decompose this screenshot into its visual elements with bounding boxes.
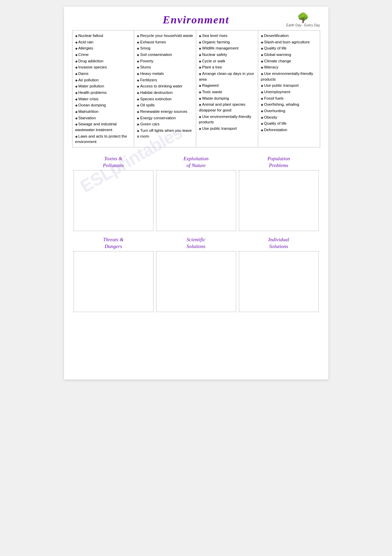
list-item: Energy conservation [137, 115, 193, 121]
list-item: Water crisis [75, 96, 131, 102]
list-item: Use environmentally-friendly products [199, 114, 255, 125]
list-item: Desertification [261, 33, 317, 39]
list-item: Health problems [75, 89, 131, 96]
list-item: Species extinction [137, 96, 193, 102]
list-item: Dams [75, 70, 131, 77]
list-item: Crime [75, 52, 131, 58]
list-item: Quality of life [261, 45, 317, 52]
column-1: Nuclear falloutAcid rainAllergiesCrimeDr… [72, 30, 134, 147]
word-table: Nuclear falloutAcid rainAllergiesCrimeDr… [72, 30, 320, 147]
list-item: Fertilizers [137, 77, 193, 83]
word-table-row: Nuclear falloutAcid rainAllergiesCrimeDr… [72, 30, 320, 147]
list-item: Malnutrition [75, 108, 131, 115]
list-item: Illiteracy [261, 64, 317, 70]
category-col2: Exploitationof Nature [155, 153, 238, 231]
list-item: Ocean dumping [75, 102, 131, 108]
list-item: Turn off lights when you leave a room [137, 127, 193, 139]
category-box-scientific[interactable] [156, 251, 236, 312]
list-item: Global warming [261, 52, 317, 58]
category-headers-row2: Threats &Dangers ScientificSolutions Ind… [72, 234, 320, 312]
list-item: Smog [137, 45, 193, 52]
list-item: Wildlife management [199, 45, 255, 52]
list-item: Nuclear fallout [75, 33, 131, 39]
category-header-exploitation: Exploitationof Nature [155, 153, 238, 170]
category-header-toxins: Toxins &Pollutants [72, 153, 155, 170]
list-item: Waste dumping [199, 95, 255, 102]
column-2: Recycle your household wasteExhaust fume… [134, 30, 196, 147]
category-header-scientific: ScientificSolutions [155, 234, 238, 251]
category-col3: PopulationProblems [238, 153, 320, 231]
list-item: Climate change [261, 58, 317, 64]
category-col4: Threats &Dangers [72, 234, 155, 312]
list-item: Recycle your household waste [137, 33, 193, 39]
category-col5: ScientificSolutions [155, 234, 238, 312]
list-item: Nuclear safety [199, 52, 255, 58]
list-item: Fossil fuels [261, 95, 317, 102]
category-headers-row1: Toxins &Pollutants Exploitationof Nature… [72, 153, 320, 231]
list-item: Ragweed [199, 82, 255, 89]
list-item: Oil spills [137, 102, 193, 108]
column-3: Sea level risesOrganic farmingWildlife m… [196, 30, 258, 147]
list-item: Slums [137, 64, 193, 70]
category-box-exploitation[interactable] [156, 170, 236, 231]
list-item: Green cars [137, 121, 193, 127]
list-item: Sewage and industrial wastewater treatme… [75, 121, 131, 133]
category-box-population[interactable] [239, 170, 319, 231]
list-col4: DesertificationSlash-and burn agricultur… [261, 33, 317, 133]
list-item: Access to drinking water [137, 83, 193, 89]
list-item: Habitat destruction [137, 89, 193, 96]
list-item: Use public transport [199, 125, 255, 132]
list-item: Soil contamination [137, 52, 193, 58]
list-item: Slash-and burn agriculture [261, 39, 317, 45]
tree-icon: 🌳 [286, 12, 320, 23]
list-item: Obesity [261, 114, 317, 121]
list-item: Acid rain [75, 39, 131, 45]
page: Environment 🌳 Earth Day - Every Day Nucl… [64, 7, 328, 379]
list-item: Unemployment [261, 89, 317, 95]
list-item: Arrange clean-up days in your area [199, 70, 255, 82]
list-item: Organic farming [199, 39, 255, 45]
category-box-toxins[interactable] [74, 170, 153, 231]
column-4: DesertificationSlash-and burn agricultur… [258, 30, 320, 147]
list-item: Heavy metals [137, 70, 193, 77]
list-item: Allergies [75, 45, 131, 52]
page-title: Environment [72, 14, 320, 26]
category-col1: Toxins &Pollutants [72, 153, 155, 231]
list-item: Use environmentally-friendly products [261, 70, 317, 82]
list-item: Plant a tree [199, 64, 255, 70]
list-item: Air pollution [75, 77, 131, 83]
list-item: Toxic waste [199, 89, 255, 95]
list-item: Quality of life [261, 120, 317, 127]
list-item: Poverty [137, 58, 193, 64]
list-col1: Nuclear falloutAcid rainAllergiesCrimeDr… [75, 33, 131, 145]
category-box-threats[interactable] [74, 251, 153, 312]
list-item: Cycle or walk [199, 58, 255, 64]
category-header-population: PopulationProblems [238, 153, 320, 170]
category-box-individual[interactable] [239, 251, 319, 312]
tree-label: Earth Day - Every Day [286, 23, 320, 27]
list-item: Use public transport [261, 82, 317, 89]
list-item: Drug addiction [75, 58, 131, 64]
list-item: Invasive species [75, 64, 131, 70]
list-col3: Sea level risesOrganic farmingWildlife m… [199, 33, 255, 132]
list-col2: Recycle your household wasteExhaust fume… [137, 33, 193, 139]
list-item: Overfishing, whaling [261, 101, 317, 108]
list-item: Exhaust fumes [137, 39, 193, 45]
tree-logo: 🌳 Earth Day - Every Day [286, 12, 320, 27]
list-item: Starvation [75, 115, 131, 121]
list-item: Laws and acts to protect the environment [75, 133, 131, 145]
list-item: Deforestation [261, 127, 317, 133]
list-item: Overhunting [261, 108, 317, 114]
list-item: Renewable energy sources [137, 108, 193, 115]
list-item: Water pollution [75, 83, 131, 89]
category-header-individual: IndividualSolutions [238, 234, 320, 251]
list-item: Animal and plant species disappear for g… [199, 101, 255, 113]
category-header-threats: Threats &Dangers [72, 234, 155, 251]
list-item: Sea level rises [199, 33, 255, 39]
category-col6: IndividualSolutions [238, 234, 320, 312]
